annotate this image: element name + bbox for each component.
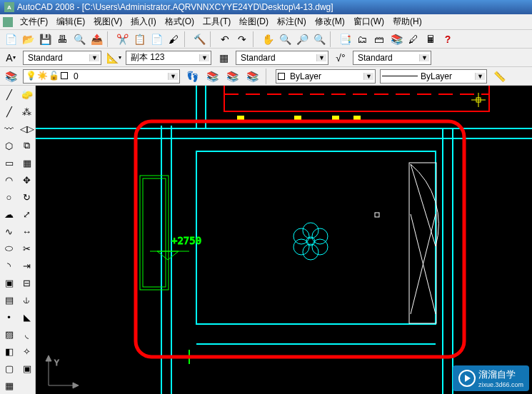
open-button[interactable]: 📂	[20, 31, 36, 47]
layer-iso-button[interactable]: 📚	[244, 69, 260, 84]
match-button[interactable]: 🖌	[166, 31, 181, 47]
svg-point-30	[293, 228, 309, 244]
redo-button[interactable]: ↷	[234, 31, 250, 47]
revcloud-tool[interactable]: ☁	[0, 206, 18, 223]
properties-button[interactable]: 📑	[337, 31, 353, 47]
insert-tool[interactable]: ▣	[0, 274, 18, 291]
table-style-button[interactable]: ▦	[216, 50, 231, 66]
color-combo[interactable]: ByLayer ▼	[276, 69, 376, 84]
main-area: ╱ 🧽 ╱ ⁂ 〰 ◁▷ ⬡ ⧉ ▭ ▦ ◠ ✥ ○ ↻ ☁ ⤢ ∿ ↔ ⬭ ✂…	[0, 86, 532, 394]
erase-tool[interactable]: 🧽	[18, 86, 36, 103]
copy-button[interactable]: 📋	[131, 31, 147, 47]
zoom-window-button[interactable]: 🔎	[294, 31, 310, 47]
block-editor-button[interactable]: 🔨	[191, 31, 207, 47]
point-tool[interactable]: •	[0, 308, 18, 325]
zoom-prev-button[interactable]: 🔍	[311, 31, 327, 47]
undo-button[interactable]: ↶	[217, 31, 233, 47]
save-button[interactable]: 💾	[37, 31, 53, 47]
ellipse-tool[interactable]: ⬭	[0, 240, 18, 257]
dim-style-combo[interactable]: 副本 123 ▼	[126, 51, 211, 65]
design-center-button[interactable]: 🗂	[354, 31, 370, 47]
bulb-icon: 💡	[25, 71, 36, 82]
chamfer-tool[interactable]: ◣	[18, 308, 36, 325]
copy-tool[interactable]: ⁂	[18, 103, 36, 120]
paste-button[interactable]: 📄	[149, 31, 164, 47]
menu-dim[interactable]: 标注(N)	[273, 14, 311, 29]
help-button[interactable]: ?	[440, 31, 456, 47]
blank-tool[interactable]	[18, 377, 36, 394]
hatch-tool[interactable]: ▨	[0, 325, 18, 343]
table-style-combo[interactable]: Standard ▼	[236, 51, 328, 65]
watermark-sub: zixue.3d66.com	[478, 381, 523, 388]
circle-tool[interactable]: ○	[0, 188, 18, 206]
gradient-tool[interactable]: ◧	[0, 343, 18, 360]
chevron-down-icon: ▼	[199, 54, 209, 61]
lineweight-combo[interactable]: ByLayer ▼	[380, 69, 487, 84]
trim-tool[interactable]: ✂	[18, 240, 36, 257]
svg-point-28	[303, 244, 318, 260]
mirror-tool[interactable]: ◁▷	[18, 120, 36, 137]
quickcalc-button[interactable]: 🖩	[423, 31, 438, 47]
mleader-style-button[interactable]: √°	[333, 50, 348, 66]
text-style-button[interactable]: A▾	[3, 50, 19, 66]
make-block-tool[interactable]: ▤	[0, 291, 18, 308]
drawing-canvas[interactable]: +2750 Y	[36, 86, 532, 394]
layer-state-button[interactable]: 📚	[224, 69, 240, 84]
mleader-style-combo[interactable]: Standard ▼	[353, 51, 431, 65]
menu-bar: 文件(F) 编辑(E) 视图(V) 插入(I) 格式(O) 工具(T) 绘图(D…	[0, 14, 532, 30]
cut-button[interactable]: ✂️	[114, 31, 130, 47]
pan-button[interactable]: ✋	[260, 31, 276, 47]
menu-modify[interactable]: 修改(M)	[311, 14, 349, 29]
menu-view[interactable]: 视图(V)	[89, 14, 126, 29]
dim-style-button[interactable]: 📐▾	[106, 50, 121, 66]
menu-edit[interactable]: 编辑(E)	[52, 14, 89, 29]
region-tool[interactable]: ▢	[0, 360, 18, 377]
menu-tools[interactable]: 工具(T)	[199, 14, 235, 29]
layer-prev-button[interactable]: 📚	[204, 69, 220, 84]
line-tool[interactable]: ╱	[0, 86, 18, 103]
spline-tool[interactable]: ∿	[0, 223, 18, 240]
xline-tool[interactable]: ╱	[0, 103, 18, 120]
arc-tool[interactable]: ◠	[0, 171, 18, 188]
ellipse-arc-tool[interactable]: ◝	[0, 257, 18, 274]
menu-draw[interactable]: 绘图(D)	[235, 14, 273, 29]
tool-palettes-button[interactable]: 🗃	[371, 31, 387, 47]
explode-tool[interactable]: ✧	[18, 343, 36, 360]
publish-button[interactable]: 📤	[89, 31, 104, 47]
sheet-set-button[interactable]: 📚	[388, 31, 404, 47]
lineweight-button[interactable]: 📏	[491, 69, 507, 84]
table-tool[interactable]: ▦	[0, 377, 18, 394]
pline-tool[interactable]: 〰	[0, 120, 18, 137]
menu-insert[interactable]: 插入(I)	[126, 14, 160, 29]
rotate-tool[interactable]: ↻	[18, 188, 36, 206]
svg-point-25	[303, 223, 318, 238]
layer-combo[interactable]: 💡 ☀️ 🔓 0 ▼	[23, 69, 180, 84]
draworder-tool[interactable]: ▣	[18, 360, 36, 377]
move-tool[interactable]: ✥	[18, 171, 36, 188]
separator	[107, 31, 111, 47]
offset-tool[interactable]: ⧉	[18, 137, 36, 154]
rect-tool[interactable]: ▭	[0, 154, 18, 171]
layer-walk-button[interactable]: 👣	[184, 69, 200, 84]
menu-file[interactable]: 文件(F)	[16, 14, 52, 29]
join-tool[interactable]: ⫝	[18, 291, 36, 308]
menu-help[interactable]: 帮助(H)	[388, 14, 426, 29]
chevron-down-icon: ▼	[316, 54, 326, 61]
zoom-rt-button[interactable]: 🔍	[277, 31, 293, 47]
preview-button[interactable]: 🔍	[71, 31, 87, 47]
fillet-tool[interactable]: ◟	[18, 325, 36, 343]
menu-format[interactable]: 格式(O)	[161, 14, 199, 29]
scale-tool[interactable]: ⤢	[18, 206, 36, 223]
text-style-combo[interactable]: Standard ▼	[23, 51, 101, 65]
markup-button[interactable]: 🖊	[406, 31, 421, 47]
layer-props-button[interactable]: 📚	[3, 69, 19, 84]
polygon-tool[interactable]: ⬡	[0, 137, 18, 154]
new-button[interactable]: 📄	[3, 31, 19, 47]
break-tool[interactable]: ⊟	[18, 274, 36, 291]
stretch-tool[interactable]: ↔	[18, 223, 36, 240]
print-button[interactable]: 🖶	[54, 31, 70, 47]
array-tool[interactable]: ▦	[18, 154, 36, 171]
menu-window[interactable]: 窗口(W)	[349, 14, 388, 29]
extend-tool[interactable]: ⇥	[18, 257, 36, 274]
drawing-svg: +2750 Y	[36, 86, 532, 394]
